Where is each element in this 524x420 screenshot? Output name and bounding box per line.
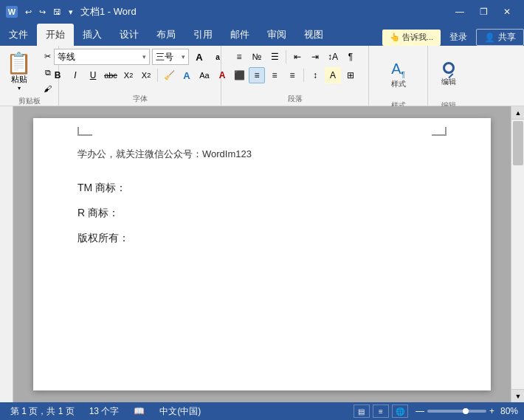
ribbon-tabs: 文件 开始 插入 设计 布局 引用 邮件 审阅 视图 👆 告诉我... 登录 👤… bbox=[0, 24, 524, 46]
shading-button[interactable]: A bbox=[325, 67, 341, 83]
increase-indent-button[interactable]: ⇥ bbox=[307, 49, 323, 65]
dict-icon[interactable]: 📖 bbox=[129, 406, 149, 416]
page-indicator: 第 1 页，共 1 页 bbox=[6, 405, 79, 418]
align-center-button[interactable]: ≡ bbox=[249, 67, 265, 83]
font-increase-button[interactable]: A bbox=[191, 49, 207, 65]
styles-icon: A¶ bbox=[391, 61, 405, 79]
tab-layout[interactable]: 布局 bbox=[148, 24, 185, 46]
tell-me-input[interactable]: 👆 告诉我... bbox=[382, 30, 441, 46]
zoom-plus-button[interactable]: + bbox=[489, 406, 494, 416]
zoom-minus-button[interactable]: — bbox=[416, 406, 424, 416]
bullets-button[interactable]: ≡ bbox=[231, 49, 247, 65]
undo-button[interactable]: ↩ bbox=[22, 6, 35, 18]
restore-button[interactable]: ❐ bbox=[472, 4, 494, 20]
paste-label: 粘贴 bbox=[11, 74, 27, 85]
editing-group: 编辑 编辑 bbox=[428, 46, 469, 106]
align-left-button[interactable]: ⬛ bbox=[231, 67, 247, 83]
web-layout-button[interactable]: 🌐 bbox=[392, 404, 408, 418]
superscript-button[interactable]: X2 bbox=[138, 67, 154, 83]
clipboard-label: 剪贴板 bbox=[4, 96, 54, 106]
line-spacing-button[interactable]: ↕ bbox=[307, 67, 323, 83]
tab-file[interactable]: 文件 bbox=[0, 24, 37, 46]
font-group: 等线 ▾ 三号 ▾ A a B I U abc X2 X2 🧹 bbox=[59, 46, 221, 106]
zoom-thumb[interactable] bbox=[463, 408, 469, 414]
share-icon: 👤 bbox=[484, 32, 495, 43]
decrease-indent-button[interactable]: ⇤ bbox=[289, 49, 306, 65]
editing-button[interactable]: 编辑 bbox=[432, 49, 465, 100]
main-content: 学办公，就关注微信公众号：WordIm123 TM 商标： R 商标： 版权所有… bbox=[13, 106, 511, 402]
show-hide-button[interactable]: ¶ bbox=[342, 49, 359, 65]
doc-line-r[interactable]: R 商标： bbox=[77, 207, 447, 220]
minimize-button[interactable]: — bbox=[449, 4, 471, 20]
strikethrough-button[interactable]: abc bbox=[103, 67, 119, 83]
print-layout-button[interactable]: ▤ bbox=[354, 404, 370, 418]
styles-label: 样式 bbox=[391, 79, 406, 89]
scroll-down-button[interactable]: ▼ bbox=[511, 389, 524, 402]
paste-button[interactable]: 📋 粘贴 ▾ bbox=[2, 52, 36, 93]
document-page[interactable]: 学办公，就关注微信公众号：WordIm123 TM 商标： R 商标： 版权所有… bbox=[33, 118, 491, 390]
tab-view[interactable]: 视图 bbox=[295, 24, 332, 46]
sort-button[interactable]: ↕A bbox=[325, 49, 341, 65]
change-case-button[interactable]: Aa bbox=[196, 67, 213, 83]
font-size-arrow: ▾ bbox=[182, 53, 185, 61]
scroll-up-button[interactable]: ▲ bbox=[511, 106, 524, 120]
paragraph-label: 段落 bbox=[226, 94, 364, 104]
status-bar: 第 1 页，共 1 页 13 个字 📖 中文(中国) ▤ ≡ 🌐 — + 80% bbox=[0, 402, 524, 420]
redo-button[interactable]: ↪ bbox=[36, 6, 49, 18]
quick-access-dropdown[interactable]: ▾ bbox=[66, 6, 76, 18]
paste-icon: 📋 bbox=[6, 53, 32, 74]
page-corner-top-left bbox=[77, 127, 92, 136]
font-name-dropdown[interactable]: 等线 ▾ bbox=[54, 49, 150, 65]
tab-design[interactable]: 设计 bbox=[111, 24, 148, 46]
text-effect-button[interactable]: A bbox=[179, 67, 195, 83]
multilevel-list-button[interactable]: ☰ bbox=[266, 49, 283, 65]
window-title: 文档1 - Word bbox=[80, 5, 137, 18]
ribbon: 📋 粘贴 ▾ ✂ ⧉ 🖌 剪贴板 bbox=[0, 46, 524, 106]
italic-button[interactable]: I bbox=[67, 67, 83, 83]
format-painter-button[interactable]: 🖌 bbox=[39, 81, 57, 96]
page-corner-top-right bbox=[432, 127, 447, 136]
search-magnifier-icon bbox=[443, 62, 455, 77]
tab-start[interactable]: 开始 bbox=[37, 24, 74, 46]
share-button[interactable]: 👤 共享 bbox=[476, 29, 524, 46]
tab-mailings[interactable]: 邮件 bbox=[221, 24, 258, 46]
title-bar: W ↩ ↪ 🖫 ▾ 文档1 - Word — ❐ ✕ bbox=[0, 0, 524, 24]
doc-line-tm[interactable]: TM 商标： bbox=[77, 182, 447, 195]
scroll-left bbox=[0, 106, 13, 402]
zoom-level: 80% bbox=[500, 406, 518, 416]
scroll-track bbox=[511, 120, 524, 389]
document-area: 学办公，就关注微信公众号：WordIm123 TM 商标： R 商标： 版权所有… bbox=[0, 106, 524, 402]
subscript-button[interactable]: X2 bbox=[120, 67, 137, 83]
tab-insert[interactable]: 插入 bbox=[74, 24, 111, 46]
word-app-icon: W bbox=[6, 6, 18, 18]
scroll-thumb[interactable] bbox=[513, 121, 523, 165]
styles-button[interactable]: A¶ 样式 bbox=[382, 49, 415, 100]
numbering-button[interactable]: № bbox=[249, 49, 265, 65]
format-painter-icon: 🖌 bbox=[44, 84, 52, 93]
scrollbar-right[interactable]: ▲ ▼ bbox=[511, 106, 524, 402]
borders-button[interactable]: ⊞ bbox=[342, 67, 359, 83]
title-bar-left: W ↩ ↪ 🖫 ▾ 文档1 - Word bbox=[6, 5, 137, 18]
font-size-dropdown[interactable]: 三号 ▾ bbox=[152, 49, 189, 65]
undo-redo-group: ↩ ↪ 🖫 ▾ bbox=[22, 6, 76, 18]
justify-button[interactable]: ≡ bbox=[284, 67, 300, 83]
char-count: 13 个字 bbox=[85, 405, 124, 418]
read-mode-button[interactable]: ≡ bbox=[373, 404, 389, 418]
align-right-button[interactable]: ≡ bbox=[266, 67, 283, 83]
login-button[interactable]: 登录 bbox=[444, 30, 473, 45]
zoom-slider[interactable] bbox=[427, 410, 486, 413]
window-controls: — ❐ ✕ bbox=[449, 4, 518, 20]
font-label: 字体 bbox=[63, 94, 216, 104]
close-button[interactable]: ✕ bbox=[496, 4, 518, 20]
doc-line-copyright[interactable]: 版权所有： bbox=[77, 232, 447, 245]
clear-format-button[interactable]: 🧹 bbox=[161, 67, 177, 83]
paragraph-group: ≡ № ☰ ⇤ ⇥ ↕A ¶ ⬛ ≡ ≡ ≡ ↕ A ⊞ 段落 bbox=[221, 46, 369, 106]
paste-dropdown-icon: ▾ bbox=[18, 85, 21, 92]
doc-subtitle-line: 学办公，就关注微信公众号：WordIm123 bbox=[77, 148, 447, 161]
language-indicator: 中文(中国) bbox=[155, 405, 205, 418]
tab-references[interactable]: 引用 bbox=[185, 24, 221, 46]
auto-save-button[interactable]: 🖫 bbox=[50, 6, 64, 18]
underline-button[interactable]: U bbox=[85, 67, 101, 83]
tab-review[interactable]: 审阅 bbox=[258, 24, 295, 46]
bold-button[interactable]: B bbox=[49, 67, 66, 83]
